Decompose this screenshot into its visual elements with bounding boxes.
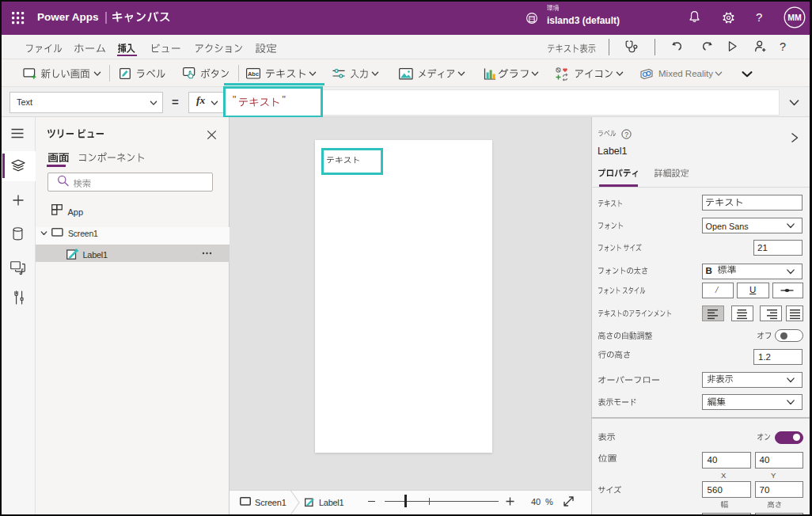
svg-text:?: ? xyxy=(624,130,628,138)
svg-text:MM: MM xyxy=(787,13,802,22)
svg-text:Abc: Abc xyxy=(248,70,259,78)
